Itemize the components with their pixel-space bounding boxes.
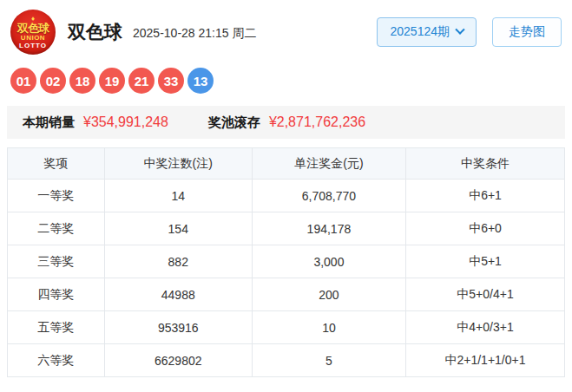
logo-lotto-text: LOTTO <box>19 42 47 49</box>
blue-ball: 13 <box>187 68 214 94</box>
cell-winners: 14 <box>104 180 252 212</box>
column-header-winners: 中奖注数(注) <box>104 148 252 180</box>
winning-numbers: 01021819213313 <box>0 61 572 102</box>
table-row: 二等奖154194,178中6+0 <box>8 212 565 245</box>
prize-table-header-row: 奖项 中奖注数(注) 单注奖金(元) 中奖条件 <box>8 148 565 180</box>
red-ball: 18 <box>69 68 95 94</box>
sales-info-bar: 本期销量 ¥354,991,248 奖池滚存 ¥2,871,762,236 <box>7 106 565 139</box>
pool-label: 奖池滚存 <box>208 114 260 131</box>
cell-tier: 一等奖 <box>8 180 105 212</box>
cell-prize: 3,000 <box>252 245 405 278</box>
cell-condition: 中6+1 <box>406 180 565 212</box>
cell-tier: 二等奖 <box>8 212 105 245</box>
trend-chart-button[interactable]: 走势图 <box>492 17 562 47</box>
cell-prize: 10 <box>252 311 405 344</box>
issue-dropdown-label: 2025124期 <box>390 24 450 40</box>
header: ♦ 双色球 UNION LOTTO 双色球 2025-10-28 21:15 周… <box>0 0 572 61</box>
draw-datetime: 2025-10-28 21:15 周二 <box>133 26 256 42</box>
issue-dropdown[interactable]: 2025124期 <box>377 17 477 47</box>
cell-tier: 六等奖 <box>8 344 105 377</box>
table-row: 一等奖146,708,770中6+1 <box>8 180 565 212</box>
red-ball: 33 <box>158 68 184 94</box>
cell-condition: 中4+0/3+1 <box>406 311 565 344</box>
chevron-down-icon <box>455 25 464 35</box>
table-row: 三等奖8823,000中5+1 <box>8 245 565 278</box>
union-lotto-logo: ♦ 双色球 UNION LOTTO <box>10 10 56 55</box>
cell-condition: 中5+0/4+1 <box>406 278 565 311</box>
logo-zh-text: 双色球 <box>17 23 49 34</box>
prize-table-body: 一等奖146,708,770中6+1二等奖154194,178中6+0三等奖88… <box>8 180 565 377</box>
cell-tier: 五等奖 <box>8 311 105 344</box>
cell-prize: 6,708,770 <box>252 180 405 212</box>
cell-tier: 三等奖 <box>8 245 105 278</box>
logo-union-text: UNION <box>21 34 45 42</box>
cell-winners: 953916 <box>104 311 252 344</box>
cell-winners: 882 <box>104 245 252 278</box>
cell-prize: 5 <box>252 344 405 377</box>
cell-condition: 中6+0 <box>406 212 565 245</box>
cell-winners: 6629802 <box>104 344 252 377</box>
column-header-condition: 中奖条件 <box>406 148 565 180</box>
cell-condition: 中5+1 <box>406 245 565 278</box>
sales-label: 本期销量 <box>23 114 75 131</box>
cell-winners: 44988 <box>104 278 252 311</box>
cell-prize: 194,178 <box>252 212 405 245</box>
column-header-tier: 奖项 <box>8 148 105 180</box>
page-title: 双色球 <box>68 20 122 44</box>
red-ball: 21 <box>128 68 155 94</box>
table-row: 五等奖95391610中4+0/3+1 <box>8 311 565 344</box>
cell-prize: 200 <box>252 278 405 311</box>
cell-winners: 154 <box>104 212 252 245</box>
column-header-prize: 单注奖金(元) <box>252 148 405 180</box>
table-row: 四等奖44988200中5+0/4+1 <box>8 278 565 311</box>
table-row: 六等奖66298025中2+1/1+1/0+1 <box>8 344 565 377</box>
lottery-results-page: ♦ 双色球 UNION LOTTO 双色球 2025-10-28 21:15 周… <box>0 0 572 392</box>
cell-condition: 中2+1/1+1/0+1 <box>406 344 565 377</box>
pool-value: ¥2,871,762,236 <box>269 114 365 130</box>
red-ball: 19 <box>99 68 125 94</box>
cell-tier: 四等奖 <box>8 278 105 311</box>
header-actions: 2025124期 走势图 <box>377 17 562 47</box>
red-ball: 01 <box>10 68 36 94</box>
prize-table: 奖项 中奖注数(注) 单注奖金(元) 中奖条件 一等奖146,708,770中6… <box>7 147 565 377</box>
sales-value: ¥354,991,248 <box>83 114 168 130</box>
red-ball: 02 <box>40 68 66 94</box>
